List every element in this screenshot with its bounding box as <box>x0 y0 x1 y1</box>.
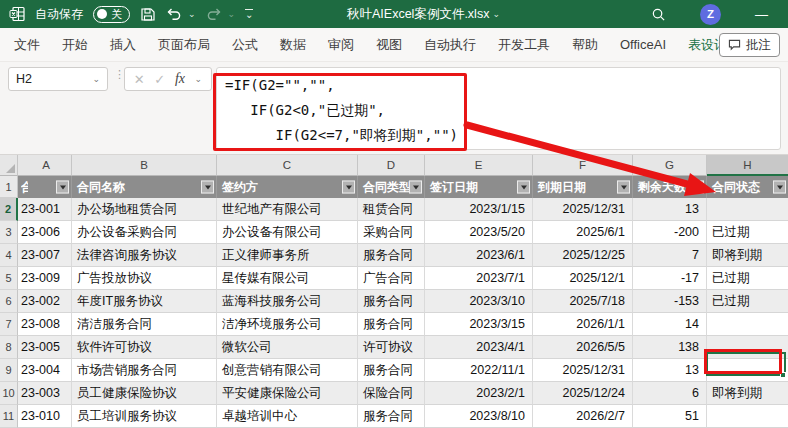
cell-F9[interactable]: 2025/12/31 <box>533 359 633 382</box>
cell-D7[interactable]: 服务合同 <box>358 313 425 336</box>
table-header-cell-2[interactable]: 签约方 <box>217 176 358 198</box>
cell-D8[interactable]: 许可协议 <box>358 336 425 359</box>
cell-B8[interactable]: 软件许可协议 <box>72 336 217 359</box>
cell-A10[interactable]: 23-003 <box>18 382 72 405</box>
cell-A3[interactable]: 23-006 <box>18 221 72 244</box>
ribbon-tab-9[interactable]: 开发工具 <box>487 28 561 61</box>
column-header-E[interactable]: E <box>425 155 533 176</box>
filter-dropdown-icon[interactable] <box>773 181 786 194</box>
column-header-D[interactable]: D <box>358 155 425 176</box>
ribbon-tab-1[interactable]: 开始 <box>51 28 99 61</box>
insert-function-icon[interactable]: fx <box>175 71 185 87</box>
cell-D5[interactable]: 广告合同 <box>358 267 425 290</box>
undo-dropdown-icon[interactable]: ⌄ <box>188 9 196 19</box>
table-header-cell-3[interactable]: 合同类型 <box>358 176 425 198</box>
cell-D4[interactable]: 服务合同 <box>358 244 425 267</box>
avatar[interactable]: Z <box>700 4 721 25</box>
save-icon[interactable] <box>140 7 156 22</box>
cell-B2[interactable]: 办公场地租赁合同 <box>72 198 217 221</box>
cell-F8[interactable]: 2026/5/5 <box>533 336 633 359</box>
cancel-entry-icon[interactable]: ✕ <box>134 72 145 87</box>
cell-G2[interactable]: 13 <box>633 198 707 221</box>
cell-B7[interactable]: 清洁服务合同 <box>72 313 217 336</box>
cell-C8[interactable]: 微软公司 <box>217 336 358 359</box>
filter-dropdown-icon[interactable] <box>617 181 630 194</box>
cell-H6[interactable]: 已过期 <box>707 290 788 313</box>
cell-H3[interactable]: 已过期 <box>707 221 788 244</box>
cell-A7[interactable]: 23-008 <box>18 313 72 336</box>
cell-E9[interactable]: 2022/11/1 <box>425 359 533 382</box>
cell-B6[interactable]: 年度IT服务协议 <box>72 290 217 313</box>
comments-button[interactable]: 批注 <box>719 33 780 57</box>
row-header-10[interactable]: 10 <box>0 382 18 405</box>
cell-G11[interactable]: 51 <box>633 405 707 428</box>
cell-F3[interactable]: 2025/6/1 <box>533 221 633 244</box>
search-icon[interactable] <box>651 7 666 22</box>
cell-B9[interactable]: 市场营销服务合同 <box>72 359 217 382</box>
cell-A8[interactable]: 23-005 <box>18 336 72 359</box>
filter-dropdown-icon[interactable] <box>409 181 422 194</box>
ribbon-tab-2[interactable]: 插入 <box>99 28 147 61</box>
ribbon-tab-0[interactable]: 文件 <box>3 28 51 61</box>
filter-dropdown-icon[interactable] <box>517 181 530 194</box>
name-box[interactable]: H2 ⌄ <box>8 67 108 91</box>
cell-B11[interactable]: 员工培训服务协议 <box>72 405 217 428</box>
filter-dropdown-icon[interactable] <box>201 181 214 194</box>
row-header-1[interactable]: 1 <box>0 176 18 198</box>
row-header-7[interactable]: 7 <box>0 313 18 336</box>
filter-dropdown-icon[interactable] <box>342 181 355 194</box>
cell-E6[interactable]: 2023/3/10 <box>425 290 533 313</box>
cell-G10[interactable]: 6 <box>633 382 707 405</box>
redo-icon[interactable] <box>206 7 222 22</box>
table-header-cell-6[interactable]: 剩余天数 <box>633 176 707 198</box>
cell-F7[interactable]: 2026/1/1 <box>533 313 633 336</box>
row-header-2[interactable]: 2 <box>0 198 18 221</box>
table-header-cell-4[interactable]: 签订日期 <box>425 176 533 198</box>
cell-G7[interactable]: 14 <box>633 313 707 336</box>
column-header-A[interactable]: A <box>18 155 72 176</box>
column-header-H[interactable]: H <box>707 155 788 176</box>
cell-D10[interactable]: 保险合同 <box>358 382 425 405</box>
ribbon-tab-8[interactable]: 自动执行 <box>413 28 487 61</box>
cell-B3[interactable]: 办公设备采购合同 <box>72 221 217 244</box>
table-header-cell-5[interactable]: 到期日期 <box>533 176 633 198</box>
row-header-4[interactable]: 4 <box>0 244 18 267</box>
cell-E7[interactable]: 2023/3/15 <box>425 313 533 336</box>
cell-G9[interactable]: 13 <box>633 359 707 382</box>
cell-H7[interactable] <box>707 313 788 336</box>
cell-C11[interactable]: 卓越培训中心 <box>217 405 358 428</box>
column-header-F[interactable]: F <box>533 155 633 176</box>
cell-C2[interactable]: 世纪地产有限公司 <box>217 198 358 221</box>
filter-dropdown-icon[interactable] <box>691 181 704 194</box>
cell-F2[interactable]: 2025/12/31 <box>533 198 633 221</box>
table-header-cell-1[interactable]: 合同名称 <box>72 176 217 198</box>
cell-B10[interactable]: 员工健康保险协议 <box>72 382 217 405</box>
cell-G4[interactable]: 7 <box>633 244 707 267</box>
row-header-6[interactable]: 6 <box>0 290 18 313</box>
cell-C5[interactable]: 星传媒有限公司 <box>217 267 358 290</box>
select-all-corner[interactable] <box>0 155 18 176</box>
cell-C9[interactable]: 创意营销有限公司 <box>217 359 358 382</box>
ribbon-tab-6[interactable]: 审阅 <box>317 28 365 61</box>
cell-E2[interactable]: 2023/1/15 <box>425 198 533 221</box>
cell-H10[interactable]: 即将到期 <box>707 382 788 405</box>
cell-F4[interactable]: 2025/12/25 <box>533 244 633 267</box>
redo-dropdown-icon[interactable]: ⌄ <box>228 9 236 19</box>
row-header-5[interactable]: 5 <box>0 267 18 290</box>
cell-H5[interactable]: 已过期 <box>707 267 788 290</box>
cell-E11[interactable]: 2023/8/10 <box>425 405 533 428</box>
column-header-G[interactable]: G <box>633 155 707 176</box>
column-header-C[interactable]: C <box>217 155 358 176</box>
ribbon-tab-11[interactable]: OfficeAI <box>609 28 677 61</box>
confirm-entry-icon[interactable]: ✓ <box>154 72 165 87</box>
cell-G3[interactable]: -200 <box>633 221 707 244</box>
cell-H11[interactable] <box>707 405 788 428</box>
cell-F5[interactable]: 2025/12/1 <box>533 267 633 290</box>
cell-H2[interactable] <box>707 198 788 221</box>
undo-icon[interactable] <box>166 7 182 22</box>
cell-A9[interactable]: 23-004 <box>18 359 72 382</box>
table-header-cell-0[interactable]: 合同编号 <box>18 176 72 198</box>
formula-bar-expand-icon[interactable]: ⌄ <box>195 74 203 84</box>
cell-D3[interactable]: 采购合同 <box>358 221 425 244</box>
cell-F10[interactable]: 2025/12/24 <box>533 382 633 405</box>
